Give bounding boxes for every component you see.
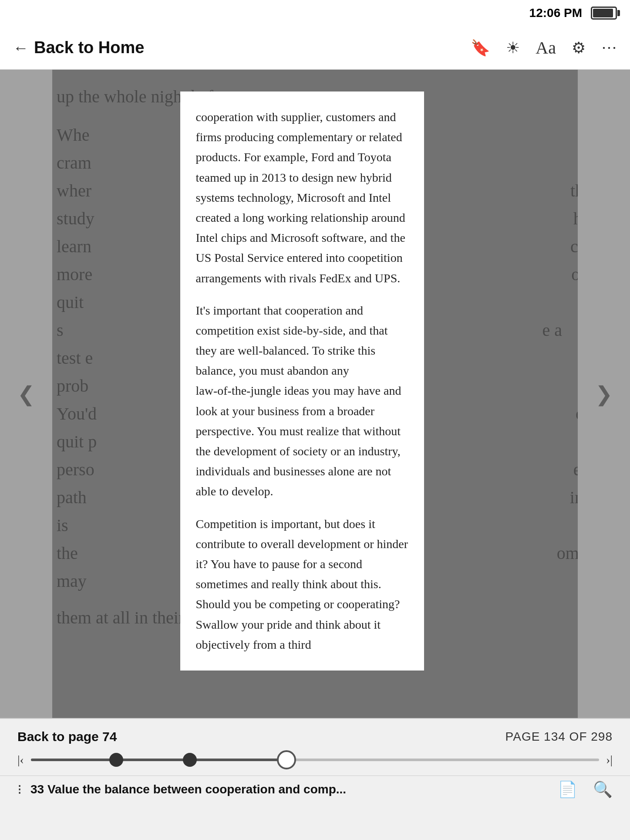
- page-indicator: PAGE 134 OF 298: [505, 730, 613, 744]
- popup-overlay: cooperation with supplier, customers and…: [0, 70, 630, 718]
- battery-icon: [591, 7, 617, 20]
- bookmark-icon[interactable]: 🔖: [471, 39, 490, 57]
- bottom-nav-top: Back to page 74 PAGE 134 OF 298: [0, 719, 630, 744]
- popup-paragraph-3: Competition is important, but does it co…: [196, 514, 408, 655]
- battery-fill: [593, 9, 613, 17]
- status-time: 12:06 PM: [529, 6, 582, 20]
- nav-icons: 🔖 ☀ Aa ⚙ ⋯: [471, 37, 617, 58]
- brightness-icon[interactable]: ☀: [506, 39, 520, 57]
- chapter-text: 33 Value the balance between cooperation…: [30, 782, 346, 796]
- back-arrow-icon: ←: [13, 40, 29, 56]
- bottom-nav: Back to page 74 PAGE 134 OF 298 |‹ ›| ⁝ …: [0, 718, 630, 840]
- back-button[interactable]: ← Back to Home: [13, 38, 471, 57]
- document-icon[interactable]: 📄: [558, 780, 577, 799]
- popup-box: cooperation with supplier, customers and…: [180, 91, 424, 671]
- top-nav: ← Back to Home 🔖 ☀ Aa ⚙ ⋯: [0, 26, 630, 70]
- back-to-page-button[interactable]: Back to page 74: [17, 729, 117, 744]
- slider-filled: [31, 759, 286, 761]
- slider-start-icon[interactable]: |‹: [17, 753, 24, 767]
- chapter-title: ⁝ 33 Value the balance between cooperati…: [17, 781, 558, 798]
- toolbar-icons: 📄 🔍: [558, 780, 613, 799]
- settings-icon[interactable]: ⚙: [572, 39, 586, 57]
- slider-track[interactable]: [31, 759, 599, 761]
- popup-paragraph-1: cooperation with supplier, customers and…: [196, 107, 408, 288]
- reading-area: up the whole night before. Whe t cram: [0, 70, 630, 718]
- search-icon[interactable]: 🔍: [593, 780, 613, 799]
- page-slider[interactable]: |‹ ›|: [0, 744, 630, 776]
- bottom-toolbar: ⁝ 33 Value the balance between cooperati…: [0, 776, 630, 803]
- contents-icon[interactable]: ⁝: [17, 781, 22, 798]
- status-bar: 12:06 PM: [0, 0, 630, 26]
- popup-paragraph-2: It's important that cooperation and comp…: [196, 301, 408, 502]
- slider-thumb-2[interactable]: [183, 753, 197, 767]
- font-icon[interactable]: Aa: [536, 37, 556, 58]
- slider-end-icon[interactable]: ›|: [606, 753, 613, 767]
- more-icon[interactable]: ⋯: [601, 39, 617, 57]
- slider-thumb-current[interactable]: [277, 750, 296, 769]
- back-label: Back to Home: [34, 38, 144, 57]
- slider-thumb-1[interactable]: [109, 753, 123, 767]
